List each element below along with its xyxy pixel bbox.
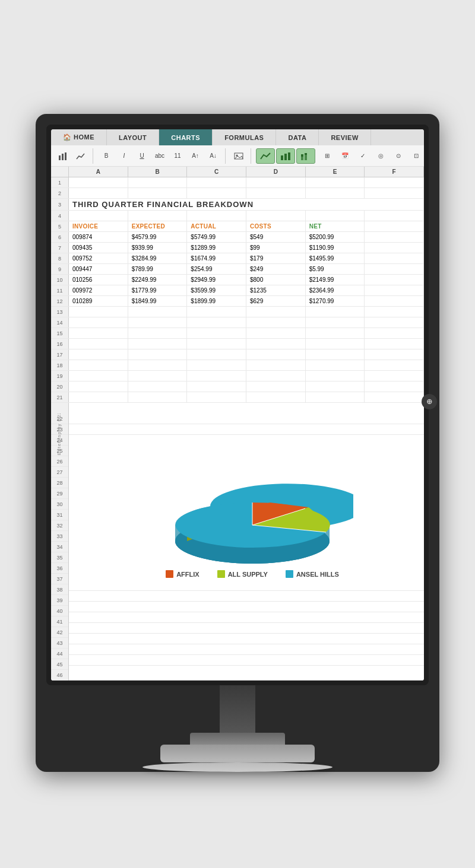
cell-16d[interactable] bbox=[246, 339, 306, 349]
strikethrough-btn[interactable]: abc bbox=[151, 148, 168, 164]
cell-4a[interactable] bbox=[69, 211, 128, 221]
cell-6a[interactable]: 009874 bbox=[69, 232, 128, 242]
cell-11f[interactable] bbox=[365, 285, 424, 295]
cell-15e[interactable] bbox=[306, 328, 365, 338]
cell-15a[interactable] bbox=[69, 328, 128, 338]
cell-17d[interactable] bbox=[246, 349, 306, 360]
cell-14e[interactable] bbox=[306, 317, 365, 328]
cell-9f[interactable] bbox=[365, 264, 424, 274]
cell-1f[interactable] bbox=[365, 177, 424, 187]
target-btn[interactable]: ◎ bbox=[372, 148, 389, 164]
cell-10a[interactable]: 010256 bbox=[69, 275, 128, 285]
cell-9e[interactable]: $5.99 bbox=[306, 264, 365, 274]
cell-2c[interactable] bbox=[187, 188, 246, 198]
bold-btn[interactable]: B bbox=[98, 148, 115, 164]
tab-review[interactable]: REVIEW bbox=[319, 129, 370, 145]
cell-10b[interactable]: $2249.99 bbox=[128, 275, 188, 285]
picture-btn[interactable] bbox=[230, 148, 247, 164]
cell-4c[interactable] bbox=[187, 211, 246, 221]
stacked-type-btn[interactable] bbox=[296, 148, 315, 164]
cell-17a[interactable] bbox=[69, 349, 128, 360]
cell-5f[interactable] bbox=[365, 221, 424, 231]
cell-19b[interactable] bbox=[128, 371, 188, 381]
cell-15b[interactable] bbox=[128, 328, 188, 338]
table-btn[interactable]: ⊞ bbox=[319, 148, 335, 164]
cell-7c[interactable]: $1289.99 bbox=[187, 243, 246, 253]
cell-15c[interactable] bbox=[187, 328, 246, 338]
cell-19e[interactable] bbox=[306, 371, 365, 381]
cell-1e[interactable] bbox=[306, 177, 365, 187]
cell-15d[interactable] bbox=[246, 328, 306, 338]
cell-14d[interactable] bbox=[246, 317, 306, 328]
col-header-a[interactable]: A bbox=[69, 167, 128, 177]
cell-12b[interactable]: $1849.99 bbox=[128, 296, 188, 306]
cell-16f[interactable] bbox=[365, 339, 424, 349]
cell-13a[interactable] bbox=[69, 307, 128, 317]
cell-20d[interactable] bbox=[246, 381, 306, 392]
cell-4e[interactable] bbox=[306, 211, 365, 221]
cell-13c[interactable] bbox=[187, 307, 246, 317]
cell-19c[interactable] bbox=[187, 371, 246, 381]
underline-btn[interactable]: U bbox=[134, 148, 150, 164]
cell-12e[interactable]: $1270.99 bbox=[306, 296, 365, 306]
font-size-btn[interactable]: 11 bbox=[169, 148, 186, 164]
cell-20f[interactable] bbox=[365, 381, 424, 392]
cell-9c[interactable]: $254.99 bbox=[187, 264, 246, 274]
cell-12f[interactable] bbox=[365, 296, 424, 306]
cell-6e[interactable]: $5200.99 bbox=[306, 232, 365, 242]
checkmark-btn[interactable]: ✓ bbox=[354, 148, 371, 164]
cell-20a[interactable] bbox=[69, 381, 128, 392]
cell-19a[interactable] bbox=[69, 371, 128, 381]
col-header-b[interactable]: B bbox=[128, 167, 188, 177]
col-header-f[interactable]: F bbox=[365, 167, 424, 177]
cell-21b[interactable] bbox=[128, 392, 188, 402]
tab-data[interactable]: DATA bbox=[276, 129, 319, 145]
italic-btn[interactable]: I bbox=[116, 148, 132, 164]
cell-1b[interactable] bbox=[128, 177, 188, 187]
font-up-btn[interactable]: A↑ bbox=[187, 148, 204, 164]
cell-15f[interactable] bbox=[365, 328, 424, 338]
cell-21c[interactable] bbox=[187, 392, 246, 402]
cell-10d[interactable]: $800 bbox=[246, 275, 306, 285]
cell-10e[interactable]: $2149.99 bbox=[306, 275, 365, 285]
tab-formulas[interactable]: FORMULAS bbox=[213, 129, 276, 145]
cell-7a[interactable]: 009435 bbox=[69, 243, 128, 253]
font-down-btn[interactable]: A↓ bbox=[205, 148, 221, 164]
cell-21a[interactable] bbox=[69, 392, 128, 402]
clock-btn[interactable]: ⊙ bbox=[390, 148, 407, 164]
cell-16a[interactable] bbox=[69, 339, 128, 349]
col-header-d[interactable]: D bbox=[246, 167, 306, 177]
cell-4d[interactable] bbox=[246, 211, 306, 221]
cell-17e[interactable] bbox=[306, 349, 365, 360]
cell-11d[interactable]: $1235 bbox=[246, 285, 306, 295]
cell-21d[interactable] bbox=[246, 392, 306, 402]
col-header-c[interactable]: C bbox=[187, 167, 246, 177]
cell-7f[interactable] bbox=[365, 243, 424, 253]
cell-6f[interactable] bbox=[365, 232, 424, 242]
cell-11b[interactable]: $1779.99 bbox=[128, 285, 188, 295]
cell-19f[interactable] bbox=[365, 371, 424, 381]
cell-16b[interactable] bbox=[128, 339, 188, 349]
line-chart-btn[interactable] bbox=[72, 148, 89, 164]
bar-type-btn[interactable] bbox=[276, 148, 295, 164]
cell-8d[interactable]: $179 bbox=[246, 253, 306, 263]
cell-13f[interactable] bbox=[365, 307, 424, 317]
cell-21e[interactable] bbox=[306, 392, 365, 402]
bar-chart-btn[interactable] bbox=[55, 148, 71, 164]
cell-18a[interactable] bbox=[69, 360, 128, 370]
cell-4b[interactable] bbox=[128, 211, 188, 221]
cell-18f[interactable] bbox=[365, 360, 424, 370]
cell-8a[interactable]: 009752 bbox=[69, 253, 128, 263]
cell-2d[interactable] bbox=[246, 188, 306, 198]
cell-17f[interactable] bbox=[365, 349, 424, 360]
cell-9a[interactable]: 009447 bbox=[69, 264, 128, 274]
cell-18e[interactable] bbox=[306, 360, 365, 370]
cell-9d[interactable]: $249 bbox=[246, 264, 306, 274]
cell-6b[interactable]: $4579.99 bbox=[128, 232, 188, 242]
cell-16e[interactable] bbox=[306, 339, 365, 349]
cell-8f[interactable] bbox=[365, 253, 424, 263]
cell-1a[interactable] bbox=[69, 177, 128, 187]
cell-18d[interactable] bbox=[246, 360, 306, 370]
cell-8e[interactable]: $1495.99 bbox=[306, 253, 365, 263]
cell-17b[interactable] bbox=[128, 349, 188, 360]
